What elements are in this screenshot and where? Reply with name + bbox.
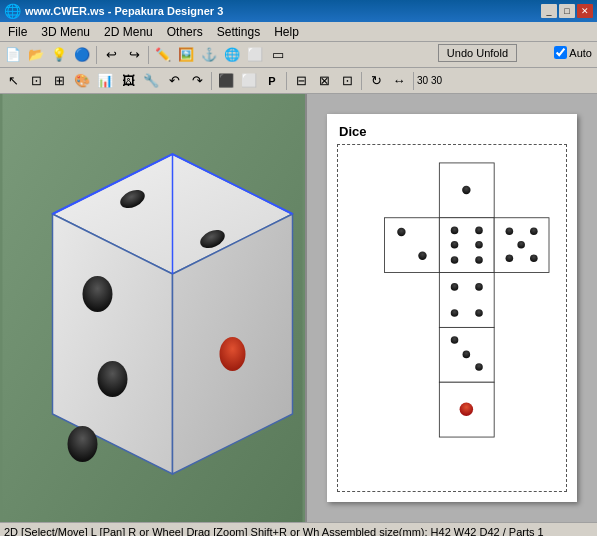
svg-point-28 bbox=[530, 254, 538, 262]
separator1 bbox=[96, 46, 97, 64]
title-controls: _ □ ✕ bbox=[541, 4, 593, 18]
globe-button[interactable]: 🌐 bbox=[221, 44, 243, 66]
menu-file[interactable]: File bbox=[2, 24, 33, 40]
pencil-button[interactable]: ✏️ bbox=[152, 44, 174, 66]
dice-3d-view bbox=[0, 94, 305, 522]
svg-rect-16 bbox=[439, 218, 494, 273]
svg-point-27 bbox=[506, 254, 514, 262]
tool12-button[interactable]: ⊟ bbox=[290, 70, 312, 92]
status-bar: 2D [Select/Move] L [Pan] R or Wheel Drag… bbox=[0, 522, 597, 536]
toolbar-row1: 📄 📂 💡 🔵 ↩ ↪ ✏️ 🖼️ ⚓ 🌐 ⬜ ▭ Undo Unfold Au… bbox=[0, 42, 597, 68]
3d-button[interactable]: 🔵 bbox=[71, 44, 93, 66]
select-button[interactable]: ↖ bbox=[2, 70, 24, 92]
separator6 bbox=[413, 72, 414, 90]
title-bar-left: 🌐 www.CWER.ws - Pepakura Designer 3 bbox=[4, 3, 223, 19]
window-title: www.CWER.ws - Pepakura Designer 3 bbox=[25, 5, 223, 17]
auto-checkbox[interactable] bbox=[554, 46, 567, 59]
svg-point-22 bbox=[475, 256, 483, 264]
svg-point-9 bbox=[220, 337, 246, 371]
svg-point-12 bbox=[462, 186, 470, 194]
svg-point-39 bbox=[460, 402, 473, 415]
tool8-button[interactable]: ↶ bbox=[163, 70, 185, 92]
dice-net-view bbox=[327, 114, 577, 502]
tool10-button[interactable]: ⬛ bbox=[215, 70, 237, 92]
svg-point-18 bbox=[451, 241, 459, 249]
right-pane-2d[interactable]: Dice bbox=[307, 94, 597, 522]
redo-button[interactable]: ↪ bbox=[123, 44, 145, 66]
svg-point-15 bbox=[418, 251, 426, 259]
svg-point-24 bbox=[506, 227, 514, 235]
main-content: Dice bbox=[0, 94, 597, 522]
toolbar-row2: ↖ ⊡ ⊞ 🎨 📊 🖼 🔧 ↶ ↷ ⬛ ⬜ P ⊟ ⊠ ⊡ ↻ ↔ 30 30 bbox=[0, 68, 597, 94]
menu-2dmenu[interactable]: 2D Menu bbox=[98, 24, 159, 40]
svg-point-21 bbox=[475, 241, 483, 249]
svg-point-19 bbox=[451, 256, 459, 264]
separator5 bbox=[361, 72, 362, 90]
separator4 bbox=[286, 72, 287, 90]
anchor-button[interactable]: ⚓ bbox=[198, 44, 220, 66]
undo-button[interactable]: ↩ bbox=[100, 44, 122, 66]
svg-point-32 bbox=[451, 309, 459, 317]
tool15-button[interactable]: ↻ bbox=[365, 70, 387, 92]
svg-point-36 bbox=[463, 351, 471, 359]
svg-rect-29 bbox=[439, 273, 494, 328]
separator2 bbox=[148, 46, 149, 64]
svg-point-6 bbox=[83, 276, 113, 312]
svg-point-31 bbox=[475, 283, 483, 291]
left-pane-3d[interactable] bbox=[0, 94, 307, 522]
svg-point-33 bbox=[475, 309, 483, 317]
svg-point-35 bbox=[451, 336, 459, 344]
tool9-button[interactable]: ↷ bbox=[186, 70, 208, 92]
svg-point-8 bbox=[68, 426, 98, 462]
square-button[interactable]: ⬜ bbox=[244, 44, 266, 66]
title-bar: 🌐 www.CWER.ws - Pepakura Designer 3 _ □ … bbox=[0, 0, 597, 22]
tool5-button[interactable]: 📊 bbox=[94, 70, 116, 92]
svg-point-30 bbox=[451, 283, 459, 291]
rect-button[interactable]: ▭ bbox=[267, 44, 289, 66]
menu-help[interactable]: Help bbox=[268, 24, 305, 40]
svg-point-14 bbox=[397, 228, 405, 236]
separator3 bbox=[211, 72, 212, 90]
svg-point-20 bbox=[475, 227, 483, 235]
status-text: 2D [Select/Move] L [Pan] R or Wheel Drag… bbox=[4, 526, 544, 537]
maximize-button[interactable]: □ bbox=[559, 4, 575, 18]
tool14-button[interactable]: ⊡ bbox=[336, 70, 358, 92]
texture-button[interactable]: 🖼️ bbox=[175, 44, 197, 66]
app-icon: 🌐 bbox=[4, 3, 21, 19]
svg-point-25 bbox=[530, 227, 538, 235]
lasso-button[interactable]: ⊡ bbox=[25, 70, 47, 92]
auto-check-area[interactable]: Auto bbox=[554, 46, 592, 59]
tool7-button[interactable]: 🔧 bbox=[140, 70, 162, 92]
menu-settings[interactable]: Settings bbox=[211, 24, 266, 40]
close-button[interactable]: ✕ bbox=[577, 4, 593, 18]
tool6-button[interactable]: 🖼 bbox=[117, 70, 139, 92]
svg-point-7 bbox=[98, 361, 128, 397]
tool3-button[interactable]: ⊞ bbox=[48, 70, 70, 92]
p-button[interactable]: P bbox=[261, 70, 283, 92]
lightbulb-button[interactable]: 💡 bbox=[48, 44, 70, 66]
tool13-button[interactable]: ⊠ bbox=[313, 70, 335, 92]
paper-area: Dice bbox=[327, 114, 577, 502]
tool16-button[interactable]: ↔ bbox=[388, 70, 410, 92]
minimize-button[interactable]: _ bbox=[541, 4, 557, 18]
svg-point-37 bbox=[475, 363, 483, 371]
menu-bar: File 3D Menu 2D Menu Others Settings Hel… bbox=[0, 22, 597, 42]
undo-unfold-button[interactable]: Undo Unfold bbox=[438, 44, 517, 62]
tool11-button[interactable]: ⬜ bbox=[238, 70, 260, 92]
auto-label: Auto bbox=[569, 47, 592, 59]
new-button[interactable]: 📄 bbox=[2, 44, 24, 66]
svg-rect-13 bbox=[385, 218, 440, 273]
menu-others[interactable]: Others bbox=[161, 24, 209, 40]
angle-label: 30 30 bbox=[417, 75, 442, 86]
svg-point-17 bbox=[451, 227, 459, 235]
open-button[interactable]: 📂 bbox=[25, 44, 47, 66]
menu-3dmenu[interactable]: 3D Menu bbox=[35, 24, 96, 40]
tool4-button[interactable]: 🎨 bbox=[71, 70, 93, 92]
svg-point-26 bbox=[517, 241, 525, 249]
